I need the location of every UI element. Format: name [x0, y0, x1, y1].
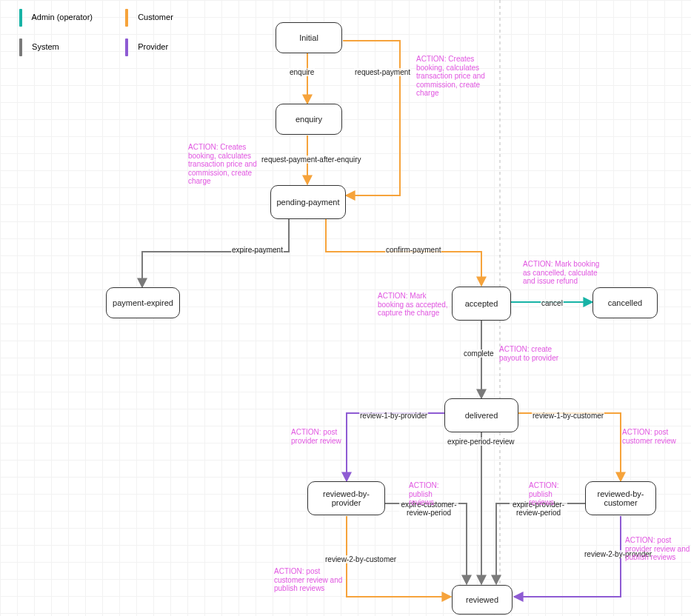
state-pending-payment[interactable]: pending-payment — [270, 185, 346, 219]
label-request-payment: request-payment — [354, 68, 411, 76]
edges-layer — [0, 0, 691, 616]
state-reviewed[interactable]: reviewed — [452, 585, 513, 615]
state-accepted-label: accepted — [465, 299, 498, 308]
action-mark-cancelled: ACTION: Mark booking as cancelled, calcu… — [523, 260, 606, 286]
state-accepted[interactable]: accepted — [452, 287, 511, 321]
label-complete: complete — [463, 349, 495, 358]
edge-review1-customer — [518, 413, 621, 481]
state-enquiry-label: enquiry — [296, 115, 322, 124]
state-reviewed-by-provider-label: reviewed-by-provider — [313, 489, 380, 507]
state-pending-payment-label: pending-payment — [276, 198, 339, 207]
label-cancel: cancel — [541, 299, 564, 307]
action-creates-booking-left: ACTION: Creates booking, calculates tran… — [188, 143, 262, 186]
action-publish-reviews-right: ACTION: publish reviews — [529, 481, 578, 507]
action-post-provider-review: ACTION: post provider review — [291, 428, 347, 445]
label-review2-customer: review-2-by-customer — [324, 555, 397, 563]
state-reviewed-by-customer[interactable]: reviewed-by-customer — [585, 481, 656, 515]
label-review1-provider: review-1-by-provider — [359, 412, 428, 420]
action-post-customer-publish: ACTION: post customer review and publish… — [274, 567, 348, 593]
state-payment-expired[interactable]: payment-expired — [106, 287, 180, 318]
label-expire-payment: expire-payment — [231, 246, 284, 254]
state-cancelled-label: cancelled — [608, 298, 642, 307]
action-create-payout: ACTION: create payout to provider — [499, 345, 570, 362]
state-enquiry[interactable]: enquiry — [276, 104, 342, 135]
action-mark-accepted: ACTION: Mark booking as accepted, captur… — [378, 292, 452, 318]
state-delivered[interactable]: delivered — [444, 398, 518, 432]
state-cancelled[interactable]: cancelled — [592, 287, 658, 318]
state-reviewed-by-customer-label: reviewed-by-customer — [590, 489, 651, 507]
action-post-provider-publish: ACTION: post provider review and publish… — [625, 536, 691, 562]
label-request-payment-after-enquiry: request-payment-after-enquiry — [261, 155, 362, 164]
state-initial[interactable]: Initial — [276, 22, 342, 53]
state-reviewed-by-provider[interactable]: reviewed-by-provider — [307, 481, 385, 515]
edge-request-payment — [343, 41, 400, 195]
action-publish-reviews-left: ACTION: publish reviews — [409, 481, 458, 507]
label-review1-customer: review-1-by-customer — [532, 412, 604, 420]
state-reviewed-label: reviewed — [466, 595, 498, 604]
action-creates-booking-right: ACTION: Creates booking, calculates tran… — [416, 55, 490, 98]
state-delivered-label: delivered — [465, 411, 498, 420]
state-payment-expired-label: payment-expired — [113, 298, 173, 307]
label-expire-period-review: expire-period-review — [447, 438, 515, 446]
diagram-canvas: Admin (operator) Customer System Provide… — [0, 0, 691, 616]
state-initial-label: Initial — [299, 33, 318, 42]
edge-review1-provider — [347, 413, 444, 481]
action-post-customer-review: ACTION: post customer review — [622, 428, 681, 445]
label-confirm-payment: confirm-payment — [385, 246, 441, 254]
label-enquire: enquire — [289, 68, 315, 76]
